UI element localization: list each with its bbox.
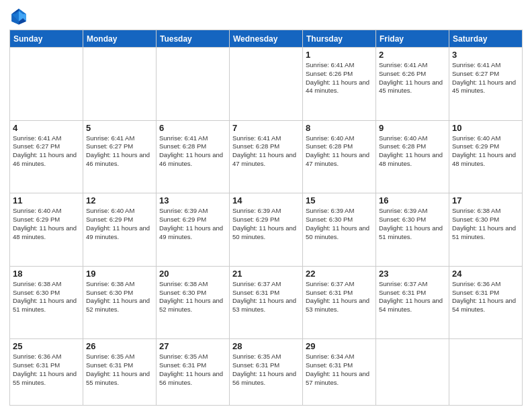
day-info: Sunrise: 6:38 AMSunset: 6:30 PMDaylight:… bbox=[13, 280, 80, 314]
day-number: 28 bbox=[232, 341, 300, 351]
day-number: 7 bbox=[232, 123, 300, 133]
day-info: Sunrise: 6:39 AMSunset: 6:30 PMDaylight:… bbox=[379, 207, 446, 241]
day-cell: 7Sunrise: 6:41 AMSunset: 6:28 PMDaylight… bbox=[230, 120, 303, 193]
day-info: Sunrise: 6:37 AMSunset: 6:31 PMDaylight:… bbox=[306, 280, 373, 314]
day-info: Sunrise: 6:40 AMSunset: 6:28 PMDaylight:… bbox=[379, 134, 446, 169]
day-info: Sunrise: 6:41 AMSunset: 6:27 PMDaylight:… bbox=[86, 134, 153, 169]
day-number: 9 bbox=[379, 123, 446, 133]
logo-icon bbox=[9, 7, 28, 26]
day-cell: 12Sunrise: 6:40 AMSunset: 6:29 PMDayligh… bbox=[83, 193, 157, 267]
day-cell bbox=[83, 48, 157, 121]
day-number: 4 bbox=[13, 123, 80, 133]
day-cell bbox=[230, 48, 303, 121]
col-header-monday: Monday bbox=[83, 30, 157, 48]
day-cell: 25Sunrise: 6:36 AMSunset: 6:31 PMDayligh… bbox=[10, 339, 83, 406]
day-info: Sunrise: 6:38 AMSunset: 6:30 PMDaylight:… bbox=[159, 280, 226, 314]
day-cell: 3Sunrise: 6:41 AMSunset: 6:27 PMDaylight… bbox=[449, 48, 523, 121]
day-cell: 4Sunrise: 6:41 AMSunset: 6:27 PMDaylight… bbox=[10, 120, 83, 193]
day-number: 1 bbox=[306, 50, 373, 60]
day-number: 19 bbox=[86, 269, 153, 279]
day-info: Sunrise: 6:38 AMSunset: 6:30 PMDaylight:… bbox=[86, 280, 153, 314]
day-info: Sunrise: 6:40 AMSunset: 6:28 PMDaylight:… bbox=[306, 134, 373, 169]
day-info: Sunrise: 6:41 AMSunset: 6:26 PMDaylight:… bbox=[306, 61, 373, 95]
day-cell: 9Sunrise: 6:40 AMSunset: 6:28 PMDaylight… bbox=[376, 120, 449, 193]
day-cell: 23Sunrise: 6:37 AMSunset: 6:31 PMDayligh… bbox=[376, 266, 449, 339]
day-cell: 1Sunrise: 6:41 AMSunset: 6:26 PMDaylight… bbox=[303, 48, 376, 121]
day-info: Sunrise: 6:34 AMSunset: 6:31 PMDaylight:… bbox=[306, 353, 373, 387]
day-info: Sunrise: 6:35 AMSunset: 6:31 PMDaylight:… bbox=[232, 353, 300, 387]
day-cell: 16Sunrise: 6:39 AMSunset: 6:30 PMDayligh… bbox=[376, 193, 449, 267]
day-info: Sunrise: 6:41 AMSunset: 6:28 PMDaylight:… bbox=[159, 134, 226, 169]
day-number: 20 bbox=[159, 269, 226, 279]
day-cell: 10Sunrise: 6:40 AMSunset: 6:29 PMDayligh… bbox=[449, 120, 523, 193]
day-number: 15 bbox=[306, 195, 373, 205]
col-header-tuesday: Tuesday bbox=[157, 30, 230, 48]
day-number: 27 bbox=[159, 341, 226, 351]
day-number: 29 bbox=[306, 341, 373, 351]
day-info: Sunrise: 6:38 AMSunset: 6:30 PMDaylight:… bbox=[452, 207, 519, 241]
day-cell: 15Sunrise: 6:39 AMSunset: 6:30 PMDayligh… bbox=[303, 193, 376, 267]
day-cell: 21Sunrise: 6:37 AMSunset: 6:31 PMDayligh… bbox=[230, 266, 303, 339]
day-number: 17 bbox=[452, 195, 519, 205]
day-number: 25 bbox=[13, 341, 80, 351]
week-row-3: 18Sunrise: 6:38 AMSunset: 6:30 PMDayligh… bbox=[10, 266, 523, 339]
day-info: Sunrise: 6:41 AMSunset: 6:27 PMDaylight:… bbox=[13, 134, 80, 169]
day-info: Sunrise: 6:37 AMSunset: 6:31 PMDaylight:… bbox=[379, 280, 446, 314]
day-info: Sunrise: 6:41 AMSunset: 6:26 PMDaylight:… bbox=[379, 61, 446, 95]
day-info: Sunrise: 6:39 AMSunset: 6:29 PMDaylight:… bbox=[159, 207, 226, 241]
day-cell: 2Sunrise: 6:41 AMSunset: 6:26 PMDaylight… bbox=[376, 48, 449, 121]
day-number: 2 bbox=[379, 50, 446, 60]
day-cell: 26Sunrise: 6:35 AMSunset: 6:31 PMDayligh… bbox=[83, 339, 157, 406]
day-number: 3 bbox=[452, 50, 519, 60]
header bbox=[9, 7, 523, 26]
week-row-4: 25Sunrise: 6:36 AMSunset: 6:31 PMDayligh… bbox=[10, 339, 523, 406]
day-info: Sunrise: 6:36 AMSunset: 6:31 PMDaylight:… bbox=[13, 353, 80, 387]
day-number: 18 bbox=[13, 269, 80, 279]
day-number: 10 bbox=[452, 123, 519, 133]
page: SundayMondayTuesdayWednesdayThursdayFrid… bbox=[0, 0, 532, 411]
day-info: Sunrise: 6:41 AMSunset: 6:28 PMDaylight:… bbox=[232, 134, 300, 169]
day-cell: 28Sunrise: 6:35 AMSunset: 6:31 PMDayligh… bbox=[230, 339, 303, 406]
day-cell: 14Sunrise: 6:39 AMSunset: 6:29 PMDayligh… bbox=[230, 193, 303, 267]
col-header-saturday: Saturday bbox=[449, 30, 523, 48]
day-cell: 13Sunrise: 6:39 AMSunset: 6:29 PMDayligh… bbox=[157, 193, 230, 267]
day-info: Sunrise: 6:35 AMSunset: 6:31 PMDaylight:… bbox=[86, 353, 153, 387]
calendar-header-row: SundayMondayTuesdayWednesdayThursdayFrid… bbox=[10, 30, 523, 48]
col-header-thursday: Thursday bbox=[303, 30, 376, 48]
day-number: 22 bbox=[306, 269, 373, 279]
day-number: 16 bbox=[379, 195, 446, 205]
week-row-1: 4Sunrise: 6:41 AMSunset: 6:27 PMDaylight… bbox=[10, 120, 523, 193]
day-cell: 11Sunrise: 6:40 AMSunset: 6:29 PMDayligh… bbox=[10, 193, 83, 267]
day-number: 8 bbox=[306, 123, 373, 133]
day-number: 14 bbox=[232, 195, 300, 205]
day-number: 24 bbox=[452, 269, 519, 279]
day-cell: 20Sunrise: 6:38 AMSunset: 6:30 PMDayligh… bbox=[157, 266, 230, 339]
day-info: Sunrise: 6:40 AMSunset: 6:29 PMDaylight:… bbox=[452, 134, 519, 169]
day-info: Sunrise: 6:39 AMSunset: 6:30 PMDaylight:… bbox=[306, 207, 373, 241]
day-info: Sunrise: 6:37 AMSunset: 6:31 PMDaylight:… bbox=[232, 280, 300, 314]
col-header-friday: Friday bbox=[376, 30, 449, 48]
day-number: 26 bbox=[86, 341, 153, 351]
day-number: 5 bbox=[86, 123, 153, 133]
day-cell bbox=[449, 339, 523, 406]
day-info: Sunrise: 6:40 AMSunset: 6:29 PMDaylight:… bbox=[13, 207, 80, 241]
day-cell: 17Sunrise: 6:38 AMSunset: 6:30 PMDayligh… bbox=[449, 193, 523, 267]
calendar: SundayMondayTuesdayWednesdayThursdayFrid… bbox=[9, 30, 523, 406]
day-cell: 27Sunrise: 6:35 AMSunset: 6:31 PMDayligh… bbox=[157, 339, 230, 406]
day-cell: 18Sunrise: 6:38 AMSunset: 6:30 PMDayligh… bbox=[10, 266, 83, 339]
day-cell: 19Sunrise: 6:38 AMSunset: 6:30 PMDayligh… bbox=[83, 266, 157, 339]
day-number: 12 bbox=[86, 195, 153, 205]
day-cell: 8Sunrise: 6:40 AMSunset: 6:28 PMDaylight… bbox=[303, 120, 376, 193]
col-header-wednesday: Wednesday bbox=[230, 30, 303, 48]
week-row-0: 1Sunrise: 6:41 AMSunset: 6:26 PMDaylight… bbox=[10, 48, 523, 121]
day-number: 23 bbox=[379, 269, 446, 279]
day-cell bbox=[10, 48, 83, 121]
day-info: Sunrise: 6:35 AMSunset: 6:31 PMDaylight:… bbox=[159, 353, 226, 387]
day-info: Sunrise: 6:39 AMSunset: 6:29 PMDaylight:… bbox=[232, 207, 300, 241]
day-info: Sunrise: 6:36 AMSunset: 6:31 PMDaylight:… bbox=[452, 280, 519, 314]
day-number: 11 bbox=[13, 195, 80, 205]
day-number: 21 bbox=[232, 269, 300, 279]
day-cell bbox=[157, 48, 230, 121]
day-cell: 6Sunrise: 6:41 AMSunset: 6:28 PMDaylight… bbox=[157, 120, 230, 193]
day-info: Sunrise: 6:40 AMSunset: 6:29 PMDaylight:… bbox=[86, 207, 153, 241]
